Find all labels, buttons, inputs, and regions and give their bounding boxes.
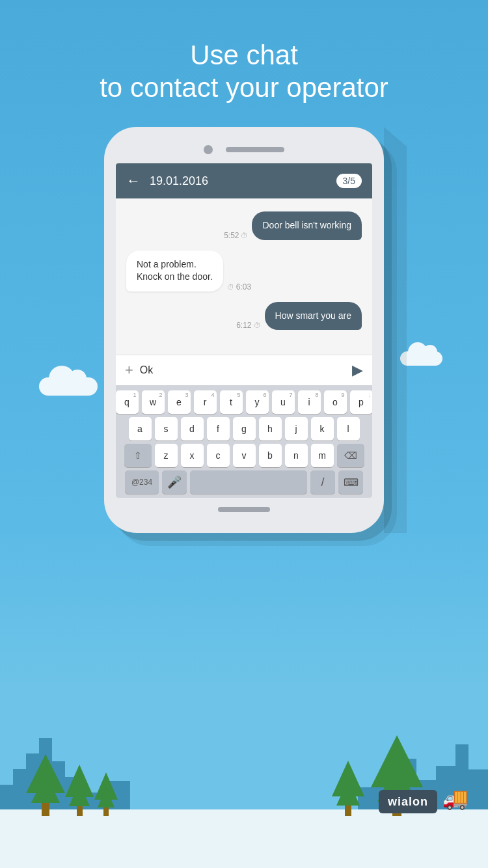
key-f[interactable]: f (207, 417, 230, 441)
chat-messages-area: 5:52 ⏱ Door bell isn't working Not a pro… (116, 198, 372, 355)
backspace-key[interactable]: ⌫ (337, 444, 364, 467)
key-r[interactable]: 4r (194, 390, 217, 414)
key-e[interactable]: 3e (168, 390, 191, 414)
msg-time-2: ⏱ 6:03 (227, 282, 251, 292)
msg-time-value-1: 5:52 (224, 231, 239, 240)
header-title: Use chat to contact your operator (0, 39, 488, 105)
chat-page-badge: 3/5 (336, 174, 362, 188)
tree-5 (332, 761, 364, 816)
cloud-left (39, 377, 98, 396)
message-bubble-1: Door bell isn't working (252, 211, 362, 240)
phone-top-bar (116, 145, 372, 154)
msg-time-1: 5:52 ⏱ (224, 231, 248, 240)
keyboard-row-4: @234 🎤 / ⌨ (118, 470, 370, 494)
message-row-3: 6:12 ⏱ How smart you are (126, 302, 362, 331)
phone-screen: ← 19.01.2016 3/5 5:52 ⏱ Door bell isn't … (116, 163, 372, 498)
emoji-key[interactable]: ⌨ (338, 470, 363, 494)
key-z[interactable]: z (155, 444, 178, 467)
message-row-2: Not a problem.Knock on the door. ⏱ 6:03 (126, 251, 362, 292)
speaker-bar (226, 147, 284, 152)
snow-ground (0, 809, 488, 868)
key-o[interactable]: 9o (324, 390, 347, 414)
header-line2: to contact your operator (100, 72, 388, 103)
key-h[interactable]: h (259, 417, 282, 441)
key-l[interactable]: l (337, 417, 360, 441)
attach-button[interactable]: + (125, 362, 133, 379)
brand-label: wialon (379, 790, 437, 813)
key-i[interactable]: 8i (298, 390, 321, 414)
truck-icon: 🚚 (442, 787, 468, 810)
key-v[interactable]: v (233, 444, 256, 467)
phone-bottom-bar (116, 507, 372, 512)
home-button-bar (218, 507, 270, 512)
keyboard-row-1: 1q 2w 3e 4r 5t 6y 7u 8i 9o :p (118, 390, 370, 414)
tree-3 (94, 772, 118, 816)
back-button[interactable]: ← (126, 172, 141, 189)
mic-key[interactable]: 🎤 (162, 470, 187, 494)
key-c[interactable]: c (207, 444, 230, 467)
key-y[interactable]: 6y (246, 390, 269, 414)
keyboard-row-2: a s d f g h j k l (118, 417, 370, 441)
key-s[interactable]: s (155, 417, 178, 441)
message-row-1: 5:52 ⏱ Door bell isn't working (126, 211, 362, 240)
truck-branding: wialon🚚 (379, 786, 468, 811)
chat-date: 19.01.2016 (150, 174, 327, 188)
key-p[interactable]: :p (350, 390, 373, 414)
clock-icon-3: ⏱ (254, 321, 261, 329)
tree-1 (26, 754, 65, 816)
key-k[interactable]: k (311, 417, 334, 441)
clock-icon-1: ⏱ (241, 232, 248, 239)
msg-time-3: 6:12 ⏱ (236, 321, 260, 330)
key-n[interactable]: n (285, 444, 308, 467)
phone-mockup: ← 19.01.2016 3/5 5:52 ⏱ Door bell isn't … (104, 127, 384, 533)
key-b[interactable]: b (259, 444, 282, 467)
sym-key[interactable]: @234 (125, 470, 159, 494)
message-input[interactable]: Ok (140, 364, 346, 376)
camera-dot (204, 145, 213, 154)
msg-time-value-2: 6:03 (236, 282, 251, 292)
message-bubble-3: How smart you are (265, 302, 362, 331)
key-u[interactable]: 7u (272, 390, 295, 414)
phone-body: ← 19.01.2016 3/5 5:52 ⏱ Door bell isn't … (104, 127, 384, 533)
header-line1: Use chat (190, 40, 298, 70)
message-bubble-2: Not a problem.Knock on the door. (126, 251, 223, 292)
key-j[interactable]: j (285, 417, 308, 441)
key-x[interactable]: x (181, 444, 204, 467)
key-g[interactable]: g (233, 417, 256, 441)
key-q[interactable]: 1q (116, 390, 139, 414)
keyboard-row-3: ⇧ z x c v b n m ⌫ (118, 444, 370, 467)
key-a[interactable]: a (129, 417, 152, 441)
send-button[interactable]: ▶ (352, 362, 363, 379)
chat-input-area: + Ok ▶ (116, 355, 372, 385)
key-t[interactable]: 5t (220, 390, 243, 414)
space-key[interactable] (190, 470, 307, 494)
header-section: Use chat to contact your operator (0, 39, 488, 105)
msg-time-value-3: 6:12 (236, 321, 251, 330)
tree-2 (65, 765, 94, 816)
shift-key[interactable]: ⇧ (124, 444, 152, 467)
key-d[interactable]: d (181, 417, 204, 441)
slash-key[interactable]: / (310, 470, 335, 494)
chat-header: ← 19.01.2016 3/5 (116, 163, 372, 198)
ground-section: wialon🚚 (0, 725, 488, 868)
key-m[interactable]: m (311, 444, 334, 467)
clock-icon-2: ⏱ (227, 283, 234, 291)
key-w[interactable]: 2w (142, 390, 165, 414)
keyboard[interactable]: 1q 2w 3e 4r 5t 6y 7u 8i 9o :p a s d f (116, 385, 372, 498)
